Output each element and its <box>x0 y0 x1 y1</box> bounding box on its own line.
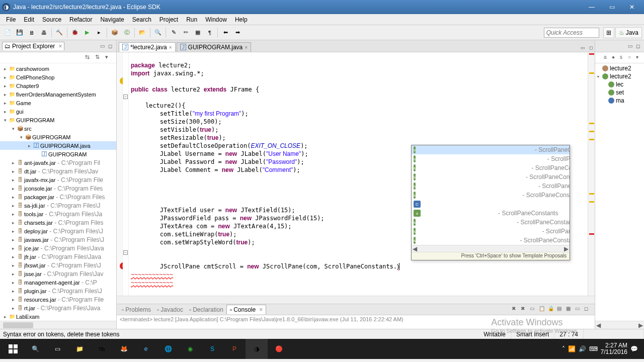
console-toolbar-button[interactable]: ▤ <box>557 306 565 314</box>
maximize-button[interactable]: ▭ <box>602 2 622 13</box>
console-toolbar-button[interactable]: ▭ <box>530 306 538 314</box>
new-class-button[interactable]: Ⓒ <box>121 27 132 38</box>
clock[interactable]: 2:27 AM 7/11/2016 <box>601 342 627 355</box>
console-content[interactable]: <terminated> lecture2 [Java Application]… <box>117 315 595 329</box>
language-icon[interactable]: ⌨ <box>589 345 598 352</box>
search-button[interactable]: 🔍 <box>24 339 46 359</box>
volume-icon[interactable]: 🔊 <box>579 345 586 352</box>
search-button[interactable]: 🔍 <box>152 27 164 38</box>
menu-run[interactable]: Run <box>182 15 201 24</box>
console-toolbar-button[interactable]: 📋 <box>539 306 547 314</box>
overview-ruler[interactable] <box>588 52 595 296</box>
tree-item[interactable]: ▸📁Game <box>0 99 116 107</box>
tree-item[interactable]: ▸🗄ant-javafx.jar - C:\Program Fil <box>0 158 116 167</box>
autocomplete-item[interactable]: sCOLUMN_HEADER : String - ScrollPaneCons… <box>412 209 570 218</box>
bottom-tab-javadoc[interactable]: ▫Javadoc <box>154 305 186 314</box>
autocomplete-item[interactable]: sVERTICAL_SCROLLBAR_AS_NEEDED : int - Sc… <box>412 182 570 191</box>
autocomplete-item[interactable]: sLOWER_LEADING_CORNER : String - ScrollP… <box>412 236 570 245</box>
skype-button[interactable]: S <box>201 339 223 359</box>
bottom-tab-declaration[interactable]: ▫Declaration <box>186 305 226 314</box>
tree-item[interactable]: ▾📦src <box>0 124 116 133</box>
outline-item[interactable]: lec <box>596 80 643 88</box>
project-explorer-tab[interactable]: 🗂 Project Explorer × <box>2 42 64 50</box>
minimize-view-button[interactable]: ▭ <box>98 42 106 50</box>
outline-scrollbar[interactable]: ◀▶ <box>595 321 644 329</box>
editor-min-button[interactable]: ▭ <box>579 44 587 52</box>
outline-max-button[interactable]: ◻ <box>634 42 642 50</box>
run-button[interactable]: ▶ <box>82 27 93 38</box>
tree-item[interactable]: 🄹GUIPROGRAM <box>0 150 116 158</box>
system-tray[interactable]: ˄ 📶 🔊 ⌨ 2:27 AM 7/11/2016 💬 <box>558 342 642 355</box>
editor-max-button[interactable]: ◻ <box>587 44 595 52</box>
console-toolbar-button[interactable]: ✖ <box>512 306 520 314</box>
tree-item[interactable]: ▾📁GUIPROGRAM <box>0 116 116 124</box>
menu-refactor[interactable]: Refactor <box>65 15 96 24</box>
console-toolbar-button[interactable]: ✖ <box>521 306 529 314</box>
collapse-all-button[interactable]: ⇆ <box>85 54 93 62</box>
autocomplete-item[interactable]: sHORIZONTAL_SCROLLBAR_NEVER : int - Scro… <box>412 163 570 172</box>
menu-project[interactable]: Project <box>155 15 182 24</box>
network-icon[interactable]: 📶 <box>568 345 576 352</box>
run-last-button[interactable]: ▸ <box>94 27 105 38</box>
folding-ruler[interactable]: − − <box>123 52 129 296</box>
back-button[interactable]: ⬅ <box>220 27 231 38</box>
tree-item[interactable]: ▸🗄jsse.jar - C:\Program Files\Jav <box>0 269 116 278</box>
autocomplete-scrollbar[interactable]: ◀▶ <box>412 245 570 252</box>
minimize-button[interactable]: — <box>582 2 602 13</box>
new-package-button[interactable]: 📦 <box>109 27 120 38</box>
autocomplete-item[interactable]: sHORIZONTAL_SCROLLBAR : String - ScrollP… <box>412 218 570 227</box>
console-toolbar-button[interactable]: 🔒 <box>548 306 556 314</box>
save-button[interactable]: 💾 <box>14 27 25 38</box>
menu-window[interactable]: Window <box>201 15 231 24</box>
tree-item[interactable]: ▸📁Chapter9 <box>0 81 116 90</box>
debug-button[interactable]: 🐞 <box>69 27 80 38</box>
tree-item[interactable]: ▾📦GUIPROGRAM <box>0 133 116 141</box>
tree-item[interactable]: ▸🗄rt.jar - C:\Program Files\Java <box>0 304 116 312</box>
store-button[interactable]: 🛍 <box>91 339 113 359</box>
outline-menu-button[interactable]: ▾ <box>636 54 643 61</box>
powerpoint-button[interactable]: P <box>223 339 246 359</box>
tree-item[interactable]: ▸📁gui <box>0 107 116 116</box>
new-button[interactable]: 📄 <box>2 27 13 38</box>
chrome-button[interactable]: 🌐 <box>157 339 179 359</box>
tree-item[interactable]: ▸📁fiverrOrdersManagementSystem <box>0 90 116 99</box>
tree-item[interactable]: ▸🗄sa-jdi.jar - C:\Program Files\J <box>0 201 116 210</box>
outline-item[interactable]: lecture2 <box>596 64 643 72</box>
toggle-highlight-button[interactable]: ✏ <box>180 27 191 38</box>
menu-file[interactable]: File <box>2 15 20 24</box>
build-button[interactable]: 🔨 <box>54 27 65 38</box>
outline-min-button[interactable]: ▭ <box>626 42 634 50</box>
toggle-block-button[interactable]: ▦ <box>192 27 203 38</box>
tree-item[interactable]: ▸🗄javafx-mx.jar - C:\Program File <box>0 175 116 184</box>
autocomplete-item[interactable]: sVERTICAL_SCROLLBAR_NEVER : int - Scroll… <box>412 191 570 200</box>
bottom-tab-console[interactable]: ▫Console× <box>226 305 266 314</box>
quick-access-input[interactable] <box>544 28 599 38</box>
view-menu-button[interactable]: ▾ <box>105 54 113 62</box>
tree-item[interactable]: ▸🗄jce.jar - C:\Program Files\Java <box>0 244 116 252</box>
start-button[interactable] <box>2 339 24 359</box>
tree-item[interactable]: ▸🗄jconsole.jar - C:\Program Files <box>0 184 116 193</box>
editor-tab[interactable]: 🄹GUIPROGRAM.java× <box>177 42 252 52</box>
tree-item[interactable]: ▸🗄deploy.jar - C:\Program Files\J <box>0 227 116 235</box>
explorer-scrollbar[interactable] <box>0 321 116 329</box>
tree-item[interactable]: ▸🗄jfxswt.jar - C:\Program Files\J <box>0 261 116 269</box>
content-assist-popup[interactable]: sHORIZONTAL_SCROLLBAR_ALWAYS : int - Scr… <box>411 145 570 260</box>
autocomplete-item[interactable]: Cclass : Class <box>412 200 570 209</box>
open-type-button[interactable]: 📂 <box>137 27 148 38</box>
console-toolbar-button[interactable]: ◻ <box>584 306 592 314</box>
java-perspective-button[interactable]: ♨Java <box>615 27 642 38</box>
hide-nonpublic-button[interactable]: ○ <box>628 54 635 61</box>
forward-button[interactable]: ➡ <box>232 27 243 38</box>
outline-item[interactable]: ▾lecture2 <box>596 72 643 80</box>
tree-item[interactable]: ▸🗄jfr.jar - C:\Program Files\Java <box>0 252 116 261</box>
bottom-tab-problems[interactable]: ▫Problems <box>119 305 154 314</box>
outline-item[interactable]: ma <box>596 97 643 105</box>
tray-chevron-icon[interactable]: ˄ <box>562 345 565 352</box>
menu-help[interactable]: Help <box>231 15 252 24</box>
close-icon[interactable]: × <box>58 43 62 50</box>
notifications-icon[interactable]: 💬 <box>630 345 638 352</box>
tree-item[interactable]: ▸📁carshowroom <box>0 64 116 73</box>
open-perspective-button[interactable]: ⊞ <box>603 27 614 38</box>
show-whitespace-button[interactable]: ¶ <box>204 27 215 38</box>
fold-toggle[interactable]: − <box>123 95 128 99</box>
